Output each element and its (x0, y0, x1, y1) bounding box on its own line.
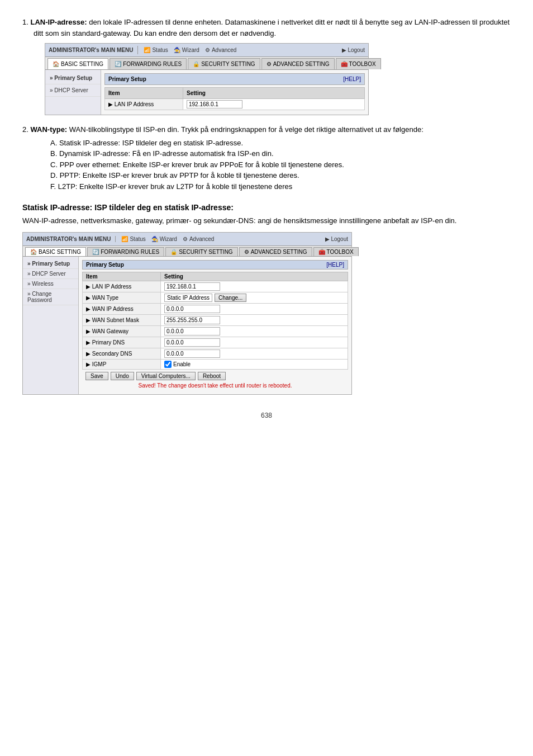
lan-ip-input-1[interactable] (187, 100, 242, 108)
row-label-lan: ▶ LAN IP Address (105, 99, 183, 110)
adv-icon: ⚙ (266, 60, 272, 68)
row-label-secondary-dns: ▶ Secondary DNS (83, 348, 161, 359)
advanced-icon: ⚙ (205, 46, 210, 54)
sidebar-wireless-2[interactable]: » Wireless (23, 279, 78, 289)
wan-type-change-btn[interactable]: Change... (215, 294, 246, 302)
router-navbar-1: ADMINISTRATOR's MAIN MENU 📶 Status 🧙 Wiz… (45, 44, 368, 57)
toolbox-icon-2: 🧰 (318, 249, 325, 255)
status-icon-2: 📶 (121, 236, 128, 242)
table-row: ▶ WAN Gateway (83, 325, 348, 337)
lan-ip-label: LAN-IP-adresse: (30, 18, 87, 26)
nav-logout-1[interactable]: ▶ Logout (342, 46, 365, 54)
advanced-icon-2: ⚙ (183, 236, 188, 242)
row-value-lan2[interactable] (161, 281, 348, 292)
router-sidebar-1: » Primary Setup » DHCP Server (45, 70, 101, 115)
basic-icon-2: 🏠 (30, 249, 37, 255)
lan-ip-input-2[interactable] (164, 282, 220, 291)
row-value-lan (183, 99, 365, 110)
table-row: ▶ WAN IP Address (83, 303, 348, 314)
toolbox-icon: 🧰 (341, 60, 348, 68)
nav-wizard-2[interactable]: 🧙 Wizard (151, 236, 177, 242)
status-icon: 📶 (144, 46, 150, 54)
row-value-secondary-dns[interactable] (161, 348, 348, 359)
undo-button[interactable]: Undo (111, 372, 134, 380)
tab-toolbox-1[interactable]: 🧰 TOOLBOX (336, 58, 381, 69)
settings-table-2: Item Setting ▶ LAN IP Address ▶ WAN Type (82, 272, 348, 370)
wan-type-d: D. PPTP: Enkelte ISP-er krever bruk av P… (50, 170, 511, 181)
nav-advanced-1[interactable]: ⚙ Advanced (205, 46, 236, 54)
tab-basic-2[interactable]: 🏠 BASIC SETTING (25, 247, 86, 256)
row-value-subnet[interactable] (161, 314, 348, 325)
router-tabs-1: 🏠 BASIC SETTING 🔄 FORWARDING RULES 🔒 SEC… (45, 57, 368, 70)
virtual-computers-button[interactable]: Virtual Computers... (136, 372, 196, 380)
sidebar-password-2[interactable]: » Change Password (23, 289, 78, 305)
save-button[interactable]: Save (85, 372, 108, 380)
wizard-icon: 🧙 (174, 46, 180, 54)
tab-advanced-1[interactable]: ⚙ ADVANCED SETTING (261, 58, 335, 69)
row-label-primary-dns: ▶ Primary DNS (83, 337, 161, 348)
sidebar-primary-setup-1[interactable]: » Primary Setup (45, 72, 101, 84)
table-row: ▶ Primary DNS (83, 337, 348, 348)
row-value-primary-dns[interactable] (161, 337, 348, 348)
tab-advanced-2[interactable]: ⚙ ADVANCED SETTING (239, 247, 312, 256)
table-row: ▶ WAN Type Static IP Address Change... (83, 292, 348, 303)
tab-security-1[interactable]: 🔒 SECURITY SETTING (188, 58, 260, 69)
wan-gateway-input[interactable] (164, 327, 220, 336)
row-value-gateway[interactable] (161, 325, 348, 337)
sidebar-dhcp-1[interactable]: » DHCP Server (45, 84, 101, 97)
router-navbar-2: ADMINISTRATOR's MAIN MENU 📶 Status 🧙 Wiz… (23, 233, 351, 246)
secondary-dns-input[interactable] (164, 349, 220, 358)
forwarding-icon: 🔄 (115, 60, 121, 68)
tab-forwarding-1[interactable]: 🔄 FORWARDING RULES (110, 58, 187, 69)
reboot-button[interactable]: Reboot (198, 372, 226, 380)
wan-subnet-input[interactable] (164, 316, 220, 324)
nav-brand-2: ADMINISTRATOR's MAIN MENU (26, 236, 116, 242)
help-link-2[interactable]: [HELP] (326, 262, 344, 268)
row-label-lan2: ▶ LAN IP Address (83, 281, 161, 292)
table-row: ▶ LAN IP Address (83, 281, 348, 292)
nav-status-2[interactable]: 📶 Status (121, 236, 145, 242)
tab-security-2[interactable]: 🔒 SECURITY SETTING (165, 247, 238, 256)
section-title-1: Primary Setup (108, 75, 146, 83)
section-header-1: Primary Setup [HELP] (104, 73, 365, 85)
wan-type-dropdown-group: Static IP Address Change... (164, 294, 344, 302)
router-content-1: Primary Setup [HELP] Item Setting (101, 70, 368, 115)
router-body-2: » Primary Setup » DHCP Server » Wireless… (23, 257, 351, 394)
sidebar-primary-2[interactable]: » Primary Setup (23, 259, 78, 269)
row-label-wan-type: ▶ WAN Type (83, 292, 161, 303)
row-label-wan-ip: ▶ WAN IP Address (83, 303, 161, 314)
igmp-enable-label: Enable (173, 361, 191, 367)
static-ip-desc: WAN-IP-adresse, nettverksmaske, gateway,… (22, 215, 511, 226)
wan-type-a: A. Statisk IP-adresse: ISP tildeler deg … (50, 138, 511, 149)
tab-basic-1[interactable]: 🏠 BASIC SETTING (47, 58, 108, 69)
sidebar-dhcp-2[interactable]: » DHCP Server (23, 269, 78, 279)
list-number-2: 2. (22, 125, 28, 134)
row-value-igmp: Enable (161, 359, 348, 369)
wan-type-sublist: A. Statisk IP-adresse: ISP tildeler deg … (34, 138, 511, 192)
saved-message: Saved! The change doesn't take effect un… (82, 382, 348, 391)
static-ip-section: Statisk IP-adresse: ISP tildeler deg en … (22, 203, 511, 226)
wan-ip-input[interactable] (164, 305, 220, 313)
settings-table-1: Item Setting ▶ LAN IP Address (104, 87, 365, 110)
col-setting-1: Setting (183, 88, 365, 99)
basic-icon: 🏠 (53, 60, 59, 68)
tab-forwarding-2[interactable]: 🔄 FORWARDING RULES (87, 247, 164, 256)
security-icon-2: 🔒 (170, 249, 177, 255)
router-content-2: Primary Setup [HELP] Item Setting ▶ LAN … (79, 257, 351, 394)
tab-toolbox-2[interactable]: 🧰 TOOLBOX (313, 247, 359, 256)
help-link-1[interactable]: [HELP] (343, 75, 361, 83)
forwarding-icon-2: 🔄 (92, 249, 99, 255)
nav-status-1[interactable]: 📶 Status (144, 46, 168, 54)
wan-type-text: WAN-tilkoblingstype til ISP-en din. Tryk… (67, 125, 423, 134)
primary-dns-input[interactable] (164, 338, 220, 347)
table-row: ▶ IGMP Enable (83, 359, 348, 369)
nav-brand-1: ADMINISTRATOR's MAIN MENU (49, 46, 138, 54)
router-panel-2: ADMINISTRATOR's MAIN MENU 📶 Status 🧙 Wiz… (22, 232, 352, 395)
table-row: ▶ LAN IP Address (105, 99, 365, 110)
row-value-wan-ip[interactable] (161, 303, 348, 314)
table-row: ▶ WAN Subnet Mask (83, 314, 348, 325)
nav-advanced-2[interactable]: ⚙ Advanced (183, 236, 214, 242)
nav-wizard-1[interactable]: 🧙 Wizard (174, 46, 199, 54)
igmp-checkbox[interactable] (164, 361, 172, 368)
nav-logout-2[interactable]: ▶ Logout (325, 236, 348, 242)
